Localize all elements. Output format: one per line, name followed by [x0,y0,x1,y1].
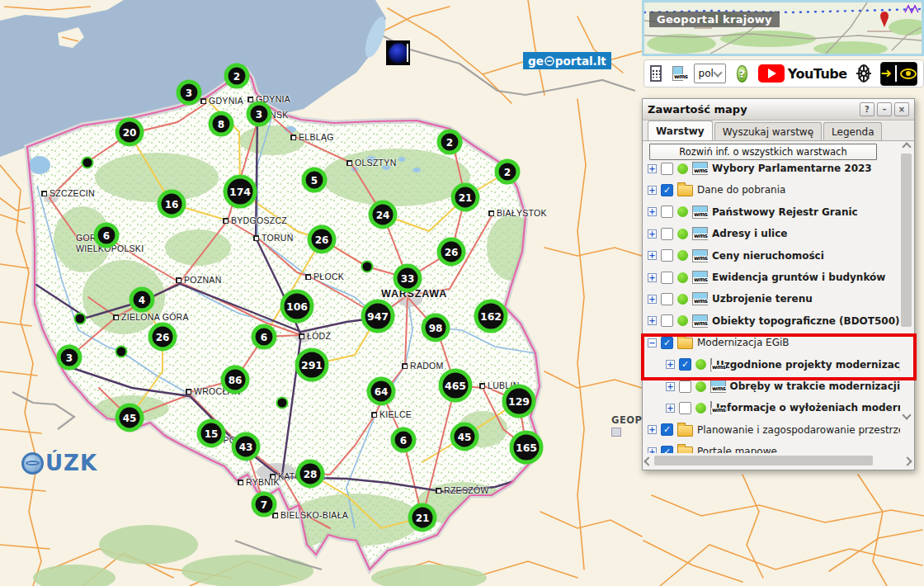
scroll-up-icon[interactable] [902,142,911,151]
layer-row[interactable]: +wmsWybory Parlamentarne 2023 [643,158,900,179]
layer-checkbox[interactable]: ✓ [661,446,673,453]
layer-label[interactable]: Informacje o wyłożeniach modernizacji [716,402,900,414]
layer-label[interactable]: Wybory Parlamentarne 2023 [712,163,872,174]
cluster-marker[interactable]: 28 [296,460,325,489]
cluster-marker[interactable]: 106 [280,290,314,324]
arrow-icon[interactable]: ➜ [881,67,892,80]
layer-row[interactable]: +✓Portale mapowe [643,441,900,453]
horizontal-scrollbar[interactable] [644,455,898,467]
cluster-marker[interactable]: 15 [197,419,226,448]
layer-row[interactable]: +wmsPaństwowy Rejestr Granic [643,201,900,223]
youtube-button[interactable]: YouTube [758,64,847,83]
layer-label[interactable]: Dane do pobrania [697,184,785,196]
expand-toggle-icon[interactable]: + [648,251,657,260]
cluster-marker[interactable]: 165 [510,431,544,465]
layer-row[interactable]: +wmsObiekty topograficzne (BDOT500) [643,310,900,332]
layer-row[interactable]: +wmsInformacje o wyłożeniach modernizacj… [643,397,900,418]
cluster-marker[interactable]: 291 [295,348,329,382]
layer-checkbox[interactable]: ✓ [661,184,673,196]
layer-checkbox[interactable]: ✓ [661,423,673,436]
cluster-marker[interactable]: 20 [116,118,144,147]
layer-checkbox[interactable] [661,272,673,284]
horizontal-scroll-thumb[interactable] [654,456,873,465]
point-marker[interactable] [116,346,128,358]
cluster-marker[interactable]: 7 [252,492,277,517]
expand-toggle-icon[interactable]: + [648,164,657,173]
layer-label[interactable]: Uzbrojenie terenu [712,293,813,305]
cluster-marker[interactable]: 2 [437,130,463,155]
expand-toggle-icon[interactable]: + [648,207,657,216]
cluster-marker[interactable]: 64 [367,377,396,406]
cluster-marker[interactable]: 6 [391,428,417,453]
cluster-marker[interactable]: 129 [502,385,536,418]
point-marker[interactable] [276,397,289,409]
contrast-widget[interactable]: ➜ [880,62,917,86]
layer-checkbox[interactable] [679,380,691,393]
cluster-marker[interactable]: 2 [224,64,250,89]
point-marker[interactable] [361,261,374,273]
layer-label[interactable]: Ceny nieruchomości [712,250,824,262]
layer-label[interactable]: Ewidencja gruntów i budynków [712,272,885,283]
cluster-marker[interactable]: 947 [361,300,395,333]
layer-checkbox[interactable] [661,228,673,240]
cluster-marker[interactable]: 24 [369,201,398,229]
scroll-down-icon[interactable] [902,410,911,419]
layer-checkbox[interactable] [661,249,673,262]
cluster-marker[interactable]: 26 [148,323,177,352]
layer-label[interactable]: Państwowy Rejestr Granic [712,206,858,218]
cluster-marker[interactable]: 174 [224,175,257,209]
cluster-marker[interactable]: 6 [252,324,277,350]
overview-map[interactable]: Geoportal krajowy [642,0,924,56]
scroll-left-icon[interactable] [644,456,653,465]
cluster-marker[interactable]: 16 [158,190,186,219]
expand-toggle-icon[interactable]: + [648,186,657,195]
language-select[interactable]: pol [694,64,727,83]
expand-toggle-icon[interactable]: + [648,295,657,304]
cluster-marker[interactable]: 5 [302,168,328,193]
wms-toolbar-icon[interactable]: wms [672,66,683,81]
cluster-marker[interactable]: 45 [450,423,479,451]
cluster-marker[interactable]: 43 [232,432,261,461]
cluster-marker[interactable]: 3 [57,345,82,371]
cluster-marker[interactable]: 2 [495,159,521,185]
cluster-marker[interactable]: 8 [209,111,234,137]
layer-row[interactable]: +✓Dane do pobrania [643,179,900,201]
point-marker[interactable] [82,157,94,169]
cluster-marker[interactable]: 21 [451,183,480,212]
layer-checkbox[interactable] [661,314,673,327]
expand-toggle-icon[interactable]: + [648,447,657,453]
point-marker[interactable] [74,313,87,325]
cluster-marker[interactable]: 4 [130,287,155,313]
cluster-marker[interactable]: 3 [247,102,272,127]
cluster-marker[interactable]: 162 [474,300,508,333]
layer-checkbox[interactable] [679,402,691,414]
wheel-icon[interactable] [858,64,870,83]
expand-toggle-icon[interactable]: + [648,425,657,434]
expand-toggle-icon[interactable]: + [648,316,657,325]
cluster-marker[interactable]: 3 [177,80,202,106]
layer-row[interactable]: +wmsAdresy i ulice [643,223,900,244]
expand-toggle-icon[interactable]: + [666,404,675,413]
vertical-scroll-thumb[interactable] [901,154,912,327]
cluster-marker[interactable]: 45 [116,404,144,432]
eye-icon[interactable] [900,69,917,79]
cluster-marker[interactable]: 6 [94,223,120,248]
layer-row[interactable]: +wmsEwidencja gruntów i budynków [643,267,900,288]
cluster-marker[interactable]: 33 [394,264,422,293]
cluster-marker[interactable]: 21 [408,503,437,532]
expand-toggle-icon[interactable]: + [666,382,675,391]
expand-toggle-icon[interactable]: + [648,273,657,282]
window-cells-icon[interactable] [650,65,662,82]
help-icon[interactable]: ? [737,65,747,83]
layer-label[interactable]: Obręby w trakcie modernizacji [730,380,900,392]
layer-label[interactable]: Planowanie i zagospodarowanie przestrzen… [697,424,900,436]
cluster-marker[interactable]: 98 [422,314,450,343]
layer-row[interactable]: +✓Planowanie i zagospodarowanie przestrz… [643,419,900,441]
vertical-scrollbar[interactable] [900,140,912,450]
cluster-marker[interactable]: 26 [437,238,466,267]
expand-toggle-icon[interactable]: + [648,229,657,239]
layer-label[interactable]: Obiekty topograficzne (BDOT500) [712,315,900,327]
layer-row[interactable]: +wmsCeny nieruchomości [643,245,900,267]
scroll-right-icon[interactable] [903,456,912,465]
cluster-marker[interactable]: 465 [439,369,473,403]
